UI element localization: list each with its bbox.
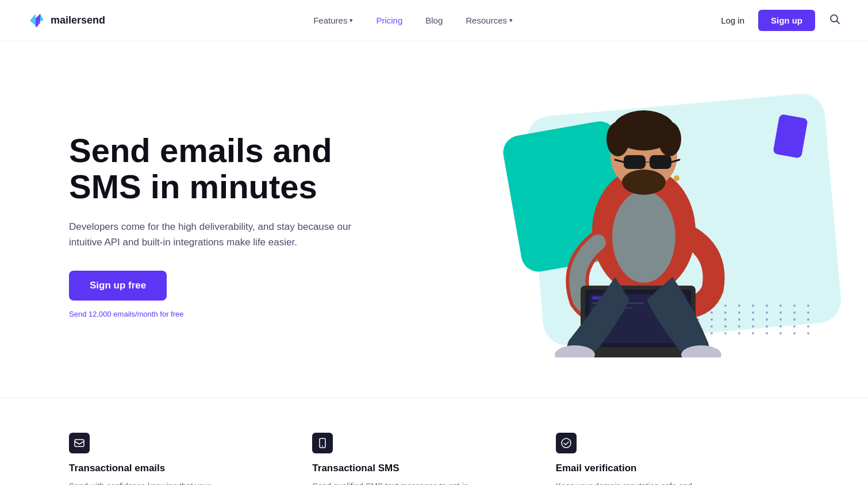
nav-features[interactable]: Features ▾ xyxy=(313,16,353,25)
hero-note-suffix: for free xyxy=(158,310,184,318)
dot xyxy=(766,311,768,314)
person-illustration xyxy=(523,70,765,369)
feature-icon-transactional-sms xyxy=(312,433,333,453)
hero-illustration xyxy=(477,82,822,369)
hero-section: Send emails and SMS in minutes Developer… xyxy=(0,41,868,398)
svg-point-29 xyxy=(562,438,571,448)
chevron-down-icon: ▾ xyxy=(349,17,353,24)
svg-point-9 xyxy=(658,122,681,156)
dot xyxy=(766,318,768,321)
dot xyxy=(807,305,809,307)
dot xyxy=(793,318,796,321)
svg-point-8 xyxy=(606,122,629,156)
svg-rect-11 xyxy=(624,155,646,169)
search-button[interactable] xyxy=(829,13,840,28)
feature-title-transactional-emails: Transactional emails xyxy=(69,463,289,474)
svg-line-3 xyxy=(837,21,840,24)
feature-icon-transactional-emails xyxy=(69,433,90,453)
feature-item-email-verification: Email verification Keep your domain repu… xyxy=(556,421,799,485)
dot xyxy=(807,318,809,321)
dot xyxy=(779,305,782,307)
hero-note-prefix: Send xyxy=(69,310,89,318)
feature-desc-transactional-sms: Send qualified SMS text messages to opt-… xyxy=(312,480,473,485)
chevron-down-icon: ▾ xyxy=(509,17,513,24)
dot xyxy=(807,325,809,328)
feature-title-email-verification: Email verification xyxy=(556,463,776,474)
dot xyxy=(779,311,782,314)
nav-blog[interactable]: Blog xyxy=(425,16,443,25)
brand-name: mailersend xyxy=(51,14,105,26)
nav-right: Log in Sign up xyxy=(721,10,840,31)
dot xyxy=(793,305,796,307)
signup-nav-button[interactable]: Sign up xyxy=(758,10,815,31)
search-icon xyxy=(829,13,840,25)
person-svg xyxy=(523,82,765,357)
svg-rect-12 xyxy=(650,155,671,169)
dot xyxy=(779,325,782,328)
dot xyxy=(779,318,782,321)
dot xyxy=(793,332,796,334)
dot xyxy=(807,332,809,334)
hero-content: Send emails and SMS in minutes Developer… xyxy=(69,132,391,319)
feature-icon-email-verification xyxy=(556,433,577,453)
dot xyxy=(766,305,768,307)
dot xyxy=(793,311,796,314)
feature-item-transactional-emails: Transactional emails Send with confidenc… xyxy=(69,421,312,485)
dot xyxy=(793,325,796,328)
login-button[interactable]: Log in xyxy=(721,16,744,25)
svg-rect-26 xyxy=(75,440,84,446)
svg-point-28 xyxy=(322,445,323,446)
feature-desc-transactional-emails: Send with confidence knowing that your e… xyxy=(69,480,230,485)
logo-icon xyxy=(28,11,46,30)
svg-point-25 xyxy=(674,175,679,181)
hero-subtitle: Developers come for the high deliverabil… xyxy=(69,219,368,250)
hero-note-highlight: 12,000 emails/month xyxy=(89,310,158,318)
hero-note: Send 12,000 emails/month for free xyxy=(69,310,391,318)
hero-title: Send emails and SMS in minutes xyxy=(69,132,391,206)
logo[interactable]: mailersend xyxy=(28,11,105,30)
signup-hero-button[interactable]: Sign up free xyxy=(69,271,167,301)
navbar: mailersend Features ▾ Pricing Blog Resou… xyxy=(0,0,868,41)
dot xyxy=(766,332,768,334)
svg-point-10 xyxy=(622,170,666,195)
features-section: Transactional emails Send with confidenc… xyxy=(0,398,868,485)
nav-resources[interactable]: Resources ▾ xyxy=(466,16,513,25)
dot xyxy=(766,325,768,328)
feature-item-transactional-sms: Transactional SMS Send qualified SMS tex… xyxy=(312,421,555,485)
feature-desc-email-verification: Keep your domain reputation safe and inc… xyxy=(556,480,717,485)
svg-point-5 xyxy=(612,191,675,283)
feature-title-transactional-sms: Transactional SMS xyxy=(312,463,532,474)
dot xyxy=(779,332,782,334)
dot xyxy=(807,311,809,314)
nav-pricing[interactable]: Pricing xyxy=(376,16,402,25)
nav-links: Features ▾ Pricing Blog Resources ▾ xyxy=(313,16,513,25)
